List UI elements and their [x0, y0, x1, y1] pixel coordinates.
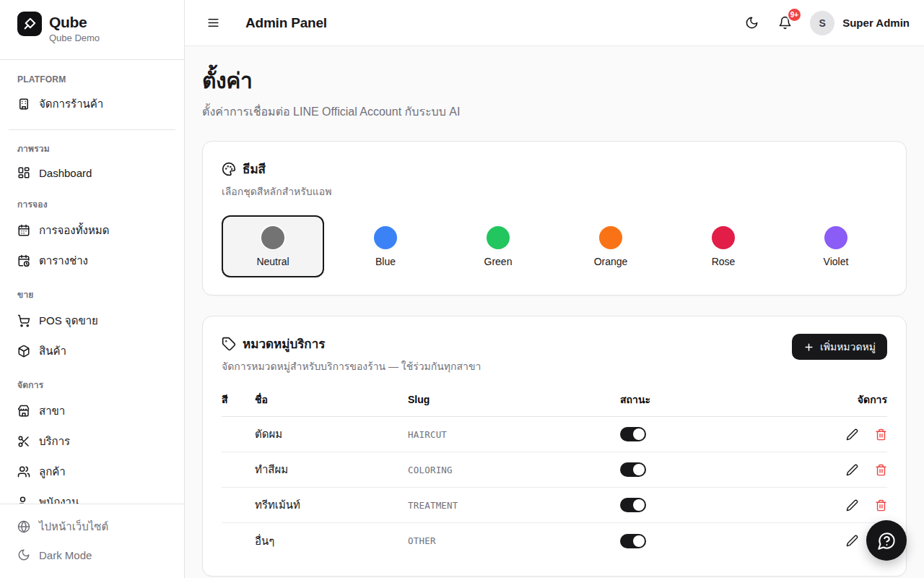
add-category-button-label: เพิ่มหมวดหมู่	[820, 339, 876, 355]
edit-button[interactable]	[846, 499, 858, 512]
sidebar-nav: PLATFORM จัดการร้านค้า ภาพรวม Dashboard …	[0, 60, 184, 551]
sidebar-item-label: สินค้า	[39, 342, 66, 360]
plus-icon	[803, 342, 814, 353]
theme-option-blue[interactable]: Blue	[334, 215, 437, 277]
sidebar-item-label: ไปหน้าเว็บไซต์	[39, 518, 108, 535]
delete-button[interactable]	[875, 499, 887, 512]
trash-icon	[875, 428, 887, 441]
category-name: อื่นๆ	[255, 532, 408, 550]
column-header-manage: จัดการ	[827, 392, 887, 407]
theme-option-violet[interactable]: Violet	[785, 215, 887, 277]
table-row: อื่นๆ OTHER	[222, 523, 887, 558]
cart-icon	[17, 314, 30, 327]
delete-button[interactable]	[875, 464, 887, 476]
theme-card: ธีมสี เลือกชุดสีหลักสำหรับแอพ Neutral Bl…	[202, 141, 907, 296]
moon-icon	[17, 548, 30, 561]
building-icon	[17, 98, 30, 111]
theme-option-label: Violet	[824, 256, 849, 267]
sidebar-item-label: จัดการร้านค้า	[39, 95, 103, 113]
scissors-icon	[17, 435, 30, 448]
sidebar-item-dark-mode[interactable]: Dark Mode	[12, 542, 173, 568]
theme-option-green[interactable]: Green	[447, 215, 549, 277]
table-row: ตัดผม HAIRCUT	[222, 417, 887, 452]
column-header-slug: Slug	[408, 394, 620, 405]
categories-card-subtitle: จัดการหมวดหมู่สำหรับบริการของร้าน — ใช้ร…	[222, 358, 792, 374]
table-row: ทรีทเม้นท์ TREATMENT	[222, 488, 887, 523]
status-toggle[interactable]	[620, 462, 646, 477]
tag-icon	[222, 337, 236, 351]
status-toggle[interactable]	[620, 534, 646, 548]
add-category-button[interactable]: เพิ่มหมวดหมู่	[792, 334, 887, 360]
hamburger-icon	[206, 16, 220, 30]
delete-button[interactable]	[875, 428, 887, 441]
brand: Qube Qube Demo	[0, 0, 184, 60]
brand-name: Qube	[49, 12, 100, 30]
edit-button[interactable]	[846, 428, 858, 441]
package-icon	[17, 345, 30, 358]
user-menu[interactable]: S Super Admin	[810, 11, 910, 35]
color-dot	[261, 226, 284, 249]
category-name: ทำสีผม	[255, 461, 408, 478]
sidebar-toggle-button[interactable]	[199, 9, 227, 37]
edit-button[interactable]	[846, 464, 858, 476]
color-dot	[374, 226, 397, 249]
sidebar-divider	[9, 129, 175, 130]
theme-card-subtitle: เลือกชุดสีหลักสำหรับแอพ	[222, 184, 887, 199]
color-dot	[599, 226, 622, 249]
sidebar-item-services[interactable]: บริการ	[12, 426, 173, 457]
sidebar-item-dashboard[interactable]: Dashboard	[12, 160, 173, 186]
sidebar-item-pos[interactable]: POS จุดขาย	[12, 306, 173, 336]
theme-card-title: ธีมสี	[243, 159, 266, 178]
sidebar-item-products[interactable]: สินค้า	[12, 336, 173, 366]
category-slug: TREATMENT	[408, 500, 620, 511]
sidebar-item-shop-manage[interactable]: จัดการร้านค้า	[12, 89, 173, 119]
service-categories-card: หมวดหมู่บริการ จัดการหมวดหมู่สำหรับบริกา…	[202, 316, 907, 577]
theme-option-neutral[interactable]: Neutral	[222, 215, 324, 277]
notification-badge: 9+	[787, 7, 802, 22]
table-row: ทำสีผม COLORING	[222, 452, 887, 488]
qube-logo-icon	[17, 12, 42, 36]
theme-options: Neutral Blue Green Orange Rose Violet	[222, 215, 887, 277]
pencil-icon	[846, 428, 858, 441]
globe-icon	[17, 520, 30, 533]
sidebar-item-all-bookings[interactable]: การจองทั้งหมด	[12, 215, 173, 246]
user-name: Super Admin	[842, 17, 910, 29]
sidebar-item-label: Dashboard	[39, 167, 92, 179]
status-toggle[interactable]	[620, 498, 646, 512]
status-toggle[interactable]	[620, 427, 646, 441]
main-content: ตั้งค่า ตั้งค่าการเชื่อมต่อ LINE Officia…	[185, 46, 924, 578]
sidebar-item-branches[interactable]: สาขา	[12, 396, 173, 426]
categories-card-title: หมวดหมู่บริการ	[243, 334, 325, 353]
color-dot	[712, 226, 735, 249]
table-header-row: สี ชื่อ Slug สถานะ จัดการ	[222, 392, 887, 417]
top-header: Admin Panel 9+ S Super Admin	[185, 0, 924, 46]
trash-icon	[875, 499, 887, 512]
sidebar-item-staff-schedule[interactable]: ตารางช่าง	[12, 246, 173, 276]
help-button[interactable]	[866, 520, 907, 561]
theme-option-label: Neutral	[256, 256, 289, 267]
store-icon	[17, 405, 30, 418]
theme-option-orange[interactable]: Orange	[559, 215, 662, 277]
pencil-icon	[846, 535, 858, 547]
section-label-overview: ภาพรวม	[17, 142, 167, 155]
category-slug: OTHER	[408, 535, 620, 546]
brand-subtitle: Qube Demo	[49, 33, 100, 43]
sidebar-footer: ไปหน้าเว็บไซต์ Dark Mode	[0, 504, 184, 578]
page-subtitle: ตั้งค่าการเชื่อมต่อ LINE Official Accoun…	[202, 103, 907, 121]
sidebar-item-goto-website[interactable]: ไปหน้าเว็บไซต์	[12, 512, 173, 542]
column-header-status: สถานะ	[620, 392, 827, 407]
help-bubble-icon	[877, 531, 897, 551]
edit-button[interactable]	[846, 535, 858, 547]
sidebar: Qube Qube Demo PLATFORM จัดการร้านค้า ภา…	[0, 0, 185, 578]
trash-icon	[875, 464, 887, 476]
theme-option-rose[interactable]: Rose	[672, 215, 775, 277]
theme-option-label: Green	[484, 256, 513, 267]
column-header-color: สี	[222, 392, 255, 407]
sidebar-item-label: POS จุดขาย	[39, 312, 98, 329]
section-label-booking: การจอง	[17, 197, 167, 211]
category-slug: COLORING	[408, 465, 620, 475]
sidebar-item-customers[interactable]: ลูกค้า	[12, 457, 173, 487]
dark-mode-toggle-button[interactable]	[738, 9, 765, 37]
color-dot	[487, 226, 510, 249]
users-icon	[17, 465, 30, 478]
